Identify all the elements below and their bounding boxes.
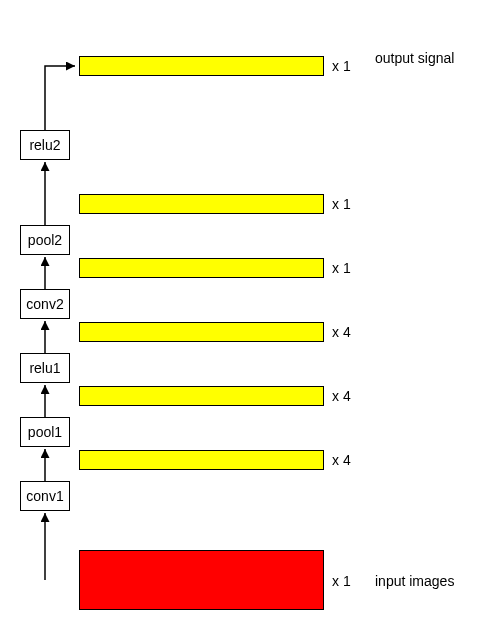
output-count: x 1 xyxy=(332,58,351,74)
arrow-relu2-to-output xyxy=(0,0,500,636)
nn-flow-diagram: x 1 input images conv1 x 4 pool1 x 4 rel… xyxy=(0,0,500,636)
output-signal-bar xyxy=(79,56,324,76)
output-caption: output signal xyxy=(375,50,454,66)
